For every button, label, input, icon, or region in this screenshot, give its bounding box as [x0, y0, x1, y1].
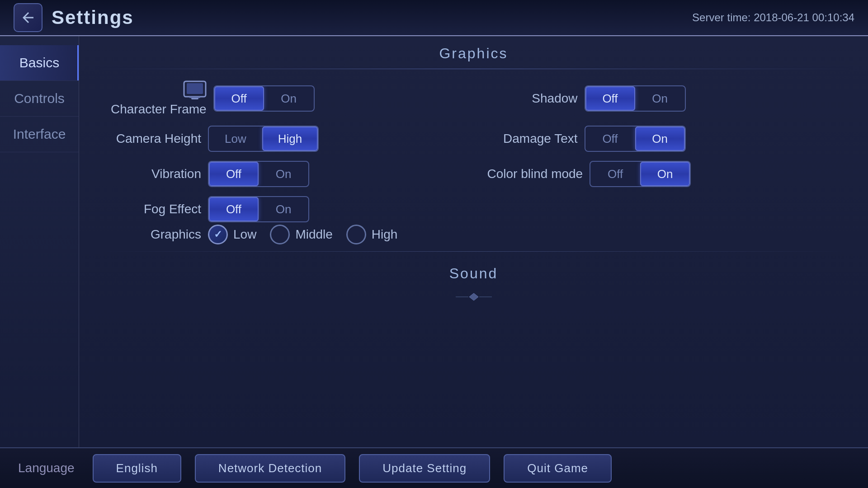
server-time: Server time: 2018-06-21 00:10:34 [692, 11, 854, 24]
camera-height-setting: Camera Height Low High [111, 126, 460, 152]
sound-section-header: Sound [97, 256, 850, 289]
character-frame-label-group: Character Frame [111, 80, 207, 117]
color-blind-on[interactable]: On [640, 162, 690, 186]
fog-effect-off[interactable]: Off [209, 197, 259, 221]
quit-game-button[interactable]: Quit Game [504, 454, 612, 483]
sidebar-item-controls[interactable]: Controls [0, 81, 79, 117]
sound-divider-line [97, 251, 850, 252]
vibration-setting: Vibration Off On [111, 161, 460, 187]
fog-effect-on[interactable]: On [259, 197, 308, 221]
character-frame-off[interactable]: Off [214, 86, 264, 111]
color-blind-toggle: Off On [590, 161, 691, 187]
color-blind-label: Color blind mode [487, 167, 583, 181]
camera-height-low[interactable]: Low [209, 127, 262, 151]
language-button[interactable]: English [93, 454, 181, 483]
graphics-quality-label: Graphics [111, 227, 201, 242]
svg-rect-1 [187, 83, 203, 94]
shadow-toggle: Off On [585, 85, 686, 112]
network-detection-button[interactable]: Network Detection [195, 454, 345, 483]
color-blind-off[interactable]: Off [590, 162, 640, 186]
character-frame-on[interactable]: On [264, 86, 314, 111]
damage-text-setting: Damage Text Off On [487, 126, 837, 152]
bottom-bar: Language English Network Detection Updat… [0, 447, 868, 488]
header: Settings Server time: 2018-06-21 00:10:3… [0, 0, 868, 36]
graphics-divider [97, 69, 850, 69]
camera-height-toggle: Low High [208, 126, 319, 152]
quality-high-radio[interactable] [346, 225, 366, 244]
back-button[interactable] [14, 3, 42, 32]
shadow-on[interactable]: On [635, 86, 685, 111]
vibration-label: Vibration [111, 167, 201, 181]
character-frame-setting: Character Frame Off On [111, 80, 460, 117]
page-title: Settings [52, 7, 134, 28]
quality-low-radio[interactable] [208, 225, 228, 244]
color-blind-setting: Color blind mode Off On [487, 161, 837, 187]
graphics-quality-radio-group: Low Middle High [208, 225, 397, 244]
vibration-off[interactable]: Off [209, 162, 259, 186]
quality-high-option[interactable]: High [346, 225, 398, 244]
graphics-quality-row: Graphics Low Middle High [97, 225, 850, 244]
shadow-label: Shadow [487, 91, 578, 106]
vibration-toggle: Off On [208, 161, 309, 187]
fog-effect-label: Fog Effect [111, 202, 201, 216]
graphics-section-header: Graphics [97, 36, 850, 69]
damage-text-off[interactable]: Off [585, 127, 635, 151]
content-area: Graphics Character Frame [79, 36, 868, 447]
language-label: Language [18, 461, 75, 475]
camera-height-high[interactable]: High [262, 127, 318, 151]
sidebar-item-basics[interactable]: Basics [0, 45, 79, 81]
damage-text-toggle: Off On [585, 126, 686, 152]
vibration-on[interactable]: On [259, 162, 308, 186]
decorative-divider [97, 289, 850, 305]
sidebar: Basics Controls Interface [0, 36, 79, 447]
main-layout: Basics Controls Interface Graphics [0, 36, 868, 447]
tv-icon [183, 80, 207, 100]
fog-effect-setting: Fog Effect Off On [111, 196, 460, 222]
damage-text-on[interactable]: On [635, 127, 685, 151]
damage-text-label: Damage Text [487, 131, 578, 146]
fog-effect-toggle: Off On [208, 196, 309, 222]
svg-marker-4 [469, 293, 478, 300]
character-frame-label: Character Frame [111, 102, 207, 117]
quality-high-label: High [372, 227, 398, 242]
settings-grid: Character Frame Off On Shadow Off On [97, 80, 850, 222]
character-frame-toggle: Off On [213, 85, 315, 112]
quality-low-label: Low [233, 227, 256, 242]
update-setting-button[interactable]: Update Setting [359, 454, 490, 483]
quality-middle-label: Middle [295, 227, 332, 242]
svg-rect-3 [189, 97, 200, 98]
quality-middle-option[interactable]: Middle [270, 225, 332, 244]
quality-middle-radio[interactable] [270, 225, 290, 244]
shadow-setting: Shadow Off On [487, 80, 837, 117]
camera-height-label: Camera Height [111, 131, 201, 146]
quality-low-option[interactable]: Low [208, 225, 256, 244]
shadow-off[interactable]: Off [585, 86, 635, 111]
sidebar-item-interface[interactable]: Interface [0, 117, 79, 152]
graphics-settings: Character Frame Off On Shadow Off On [97, 80, 850, 244]
decorative-icon [456, 292, 492, 301]
empty-cell [487, 196, 837, 222]
